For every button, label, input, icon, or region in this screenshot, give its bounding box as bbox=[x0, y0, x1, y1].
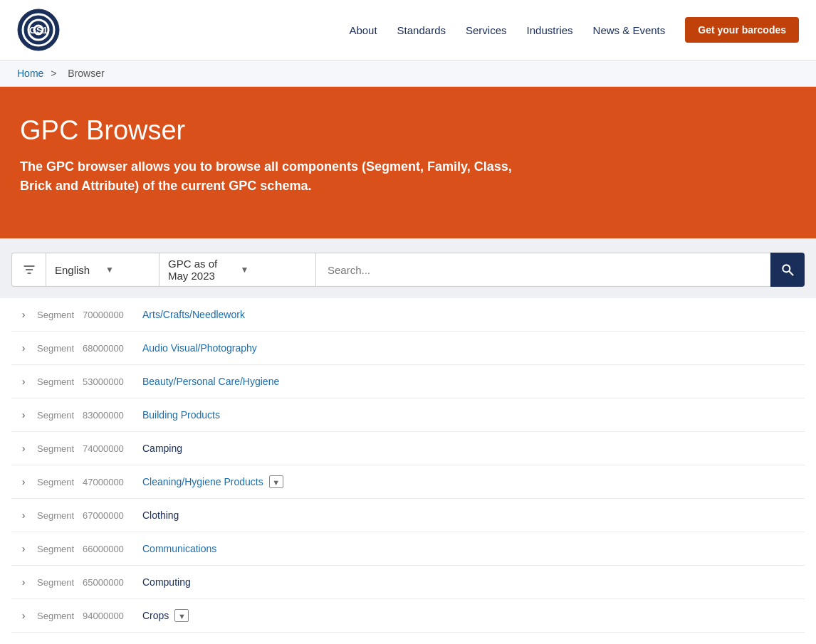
expand-icon[interactable]: › bbox=[17, 509, 30, 522]
nav-services[interactable]: Services bbox=[466, 24, 507, 36]
segment-label: Segment bbox=[37, 577, 77, 588]
expand-icon[interactable]: › bbox=[17, 375, 30, 388]
expand-icon[interactable]: › bbox=[17, 475, 30, 488]
segment-name[interactable]: Clothing bbox=[142, 510, 179, 521]
search-input[interactable] bbox=[316, 253, 770, 287]
segment-row[interactable]: ›Segment83000000Building Products bbox=[11, 398, 805, 432]
segment-name[interactable]: Beauty/Personal Care/Hygiene bbox=[142, 376, 279, 387]
segment-name[interactable]: Communications bbox=[142, 543, 216, 554]
segment-row[interactable]: ›Segment94000000Crops▼ bbox=[11, 599, 805, 633]
segment-label: Segment bbox=[37, 376, 77, 387]
segment-code: 70000000 bbox=[83, 310, 134, 320]
svg-line-9 bbox=[789, 271, 793, 275]
expand-icon[interactable]: › bbox=[17, 576, 30, 588]
segment-code: 67000000 bbox=[83, 510, 134, 521]
hero-description: The GPC browser allows you to browse all… bbox=[20, 157, 533, 196]
nav-about[interactable]: About bbox=[349, 24, 377, 36]
language-value: English bbox=[55, 264, 100, 276]
segment-name[interactable]: Crops bbox=[142, 610, 169, 621]
filter-section: English ▼ GPC as of May 2023 ▼ bbox=[0, 238, 816, 298]
segment-name[interactable]: Computing bbox=[142, 576, 191, 588]
segment-list: ›Segment70000000Arts/Crafts/Needlework›S… bbox=[0, 298, 816, 644]
segment-code: 83000000 bbox=[83, 410, 134, 421]
segment-label: Segment bbox=[37, 611, 77, 621]
segment-name[interactable]: Camping bbox=[142, 443, 182, 454]
expand-icon[interactable]: › bbox=[17, 542, 30, 555]
toolbar: English ▼ GPC as of May 2023 ▼ bbox=[0, 253, 816, 298]
segment-row[interactable]: ›Segment74000000Camping bbox=[11, 432, 805, 465]
nav-news-events[interactable]: News & Events bbox=[593, 24, 666, 36]
breadcrumb-home[interactable]: Home bbox=[17, 68, 43, 79]
segment-name[interactable]: Audio Visual/Photography bbox=[142, 342, 257, 354]
segment-row[interactable]: ›Segment47000000Cleaning/Hygiene Product… bbox=[11, 465, 805, 499]
segment-name[interactable]: Building Products bbox=[142, 409, 220, 421]
hero-section: GPC Browser The GPC browser allows you t… bbox=[0, 87, 816, 238]
breadcrumb: Home > Browser bbox=[0, 60, 816, 87]
breadcrumb-separator: > bbox=[51, 68, 56, 79]
segment-code: 47000000 bbox=[83, 477, 134, 487]
segment-code: 74000000 bbox=[83, 443, 134, 454]
version-arrow: ▼ bbox=[241, 265, 308, 275]
get-barcodes-button[interactable]: Get your barcodes bbox=[685, 17, 799, 43]
version-value: GPC as of May 2023 bbox=[168, 258, 235, 282]
segment-name[interactable]: Arts/Crafts/Needlework bbox=[142, 309, 245, 320]
segment-code: 65000000 bbox=[83, 577, 134, 588]
segment-code: 94000000 bbox=[83, 611, 134, 621]
expand-icon[interactable]: › bbox=[17, 442, 30, 455]
tag-icon[interactable]: ▼ bbox=[174, 609, 189, 622]
segment-row[interactable]: ›Segment53000000Beauty/Personal Care/Hyg… bbox=[11, 365, 805, 398]
expand-icon[interactable]: › bbox=[17, 342, 30, 354]
expand-icon[interactable]: › bbox=[17, 308, 30, 321]
segment-row[interactable]: ›Segment68000000Audio Visual/Photography bbox=[11, 332, 805, 365]
version-select[interactable]: GPC as of May 2023 ▼ bbox=[159, 253, 316, 287]
main-nav: About Standards Services Industries News… bbox=[349, 17, 799, 43]
segment-row[interactable]: ›Segment70000000Arts/Crafts/Needlework bbox=[11, 298, 805, 332]
svg-text:GS1: GS1 bbox=[29, 25, 48, 36]
segment-row[interactable]: ›Segment65000000Computing bbox=[11, 566, 805, 599]
nav-standards[interactable]: Standards bbox=[397, 24, 446, 36]
segment-label: Segment bbox=[37, 443, 77, 454]
segment-code: 68000000 bbox=[83, 343, 134, 354]
segment-name[interactable]: Cleaning/Hygiene Products bbox=[142, 476, 263, 487]
tag-icon[interactable]: ▼ bbox=[269, 475, 283, 488]
segment-code: 66000000 bbox=[83, 544, 134, 554]
segment-label: Segment bbox=[37, 477, 77, 487]
language-select[interactable]: English ▼ bbox=[46, 253, 159, 287]
site-header: GS1 About Standards Services Industries … bbox=[0, 0, 816, 60]
breadcrumb-current: Browser bbox=[68, 68, 104, 79]
segment-label: Segment bbox=[37, 544, 77, 554]
filter-icon-button[interactable] bbox=[11, 253, 46, 287]
expand-icon[interactable]: › bbox=[17, 408, 30, 421]
search-icon bbox=[780, 263, 795, 277]
hero-title: GPC Browser bbox=[20, 115, 796, 146]
segment-row[interactable]: ›Segment67000000Clothing bbox=[11, 499, 805, 532]
segment-label: Segment bbox=[37, 410, 77, 421]
segment-label: Segment bbox=[37, 343, 77, 354]
segment-label: Segment bbox=[37, 310, 77, 320]
filter-icon bbox=[22, 263, 36, 277]
search-button[interactable] bbox=[770, 253, 805, 287]
segment-code: 53000000 bbox=[83, 376, 134, 387]
expand-icon[interactable]: › bbox=[17, 609, 30, 622]
segment-row[interactable]: ›Segment66000000Communications bbox=[11, 532, 805, 566]
nav-industries[interactable]: Industries bbox=[527, 24, 573, 36]
language-arrow: ▼ bbox=[105, 265, 150, 275]
logo[interactable]: GS1 bbox=[17, 9, 60, 51]
segment-row[interactable]: ›Segment58000000Cross Segment bbox=[11, 633, 805, 644]
segment-label: Segment bbox=[37, 510, 77, 521]
